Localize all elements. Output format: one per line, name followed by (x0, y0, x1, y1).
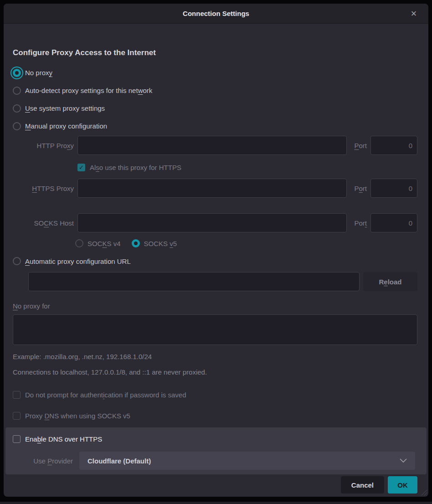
ok-button[interactable]: OK (388, 476, 417, 494)
provider-row: Use Provider Cloudflare (Default) (13, 452, 415, 470)
http-proxy-label: HTTP Proxy (13, 142, 74, 149)
socks-v5-label: SOCKS v5 (144, 240, 177, 247)
http-port-input (370, 136, 417, 155)
radio-manual-proxy-label: Manual proxy configuration (25, 122, 107, 130)
auto-config-url-row: Reload (28, 272, 417, 291)
share-https-label: Also use this proxy for HTTPS (90, 164, 181, 171)
socks-version-group: SOCKS v4 SOCKS v5 (75, 238, 417, 248)
radio-auto-config-url[interactable]: Automatic proxy configuration URL (13, 256, 417, 267)
cancel-button[interactable]: Cancel (341, 476, 384, 494)
connection-settings-dialog: Connection Settings × Configure Proxy Ac… (4, 4, 428, 497)
radio-auto-detect-label: Auto-detect proxy settings for this netw… (25, 87, 152, 94)
https-proxy-input (77, 179, 347, 198)
radio-system-proxy-label: Use system proxy settings (25, 104, 105, 112)
no-prompt-auth-checkbox-row: Do not prompt for authentication if pass… (13, 390, 417, 399)
radio-icon[interactable] (13, 122, 21, 130)
socks-v4-label: SOCKS v4 (87, 240, 121, 247)
no-proxy-for-textarea (13, 314, 417, 345)
provider-dropdown-value: Cloudflare (Default) (87, 457, 151, 465)
socks-host-row: SOCKS Host Port (13, 213, 417, 232)
https-port-input (370, 179, 417, 198)
close-icon[interactable]: × (406, 4, 422, 23)
localhost-note-text: Connections to localhost, 127.0.0.1/8, a… (13, 368, 417, 376)
dialog-content: Configure Proxy Access to the Internet N… (4, 24, 428, 494)
radio-no-proxy[interactable]: No proxy (13, 64, 417, 82)
auto-config-url-input (28, 272, 360, 291)
proxy-dns-checkbox-row: Proxy DNS when using SOCKS v5 (13, 411, 417, 420)
page-title: Configure Proxy Access to the Internet (13, 47, 417, 58)
dns-over-https-section: Enable DNS over HTTPS Use Provider Cloud… (5, 427, 427, 474)
checkbox-checked-icon: ✓ (77, 164, 85, 171)
radio-manual-proxy[interactable]: Manual proxy configuration (13, 117, 417, 135)
radio-socks-v4: SOCKS v4 (75, 239, 121, 247)
no-prompt-auth-label: Do not prompt for authentication if pass… (25, 391, 186, 399)
reload-button: Reload (363, 272, 417, 291)
socks-port-label: Port (350, 219, 367, 227)
radio-checked-icon (132, 239, 140, 247)
proxy-dns-label: Proxy DNS when using SOCKS v5 (25, 412, 130, 420)
socks-host-label: SOCKS Host (13, 219, 74, 227)
provider-dropdown: Cloudflare (Default) (79, 452, 415, 470)
chevron-down-icon (400, 458, 407, 463)
radio-auto-detect[interactable]: Auto-detect proxy settings for this netw… (13, 82, 417, 99)
radio-icon[interactable] (13, 104, 21, 113)
socks-host-input (77, 213, 347, 232)
enable-doh-checkbox-row[interactable]: Enable DNS over HTTPS (13, 434, 415, 444)
http-proxy-input (77, 136, 347, 155)
dialog-titlebar: Connection Settings × (4, 4, 428, 24)
http-port-label: Port (350, 142, 367, 149)
use-provider-label: Use Provider (13, 457, 73, 465)
https-proxy-label: HTTPS Proxy (13, 185, 74, 192)
radio-icon (75, 239, 83, 247)
radio-icon[interactable] (13, 87, 21, 95)
share-https-checkbox-row: ✓ Also use this proxy for HTTPS (77, 163, 417, 172)
dialog-footer: Cancel OK (13, 476, 417, 494)
radio-icon[interactable] (13, 257, 21, 265)
http-proxy-row: HTTP Proxy Port (13, 136, 417, 155)
https-port-label: Port (350, 185, 367, 192)
radio-no-proxy-label: No proxy (25, 69, 52, 77)
radio-socks-v5: SOCKS v5 (132, 239, 177, 247)
background-page-edge (0, 502, 432, 504)
proxy-mode-group: No proxy Auto-detect proxy settings for … (13, 64, 417, 135)
checkbox-icon (13, 412, 21, 420)
no-proxy-for-label: No proxy for (13, 301, 417, 310)
checkbox-icon[interactable] (13, 435, 21, 443)
https-proxy-row: HTTPS Proxy Port (13, 179, 417, 198)
socks-port-input (370, 213, 417, 232)
no-proxy-example-text: Example: .mozilla.org, .net.nz, 192.168.… (13, 353, 417, 361)
radio-system-proxy[interactable]: Use system proxy settings (13, 99, 417, 117)
radio-auto-config-url-label: Automatic proxy configuration URL (25, 257, 131, 265)
enable-doh-label: Enable DNS over HTTPS (25, 435, 102, 443)
check-icon: ✓ (79, 165, 84, 170)
dialog-title: Connection Settings (183, 10, 249, 17)
checkbox-icon (13, 391, 21, 399)
radio-checked-icon[interactable] (13, 69, 21, 77)
